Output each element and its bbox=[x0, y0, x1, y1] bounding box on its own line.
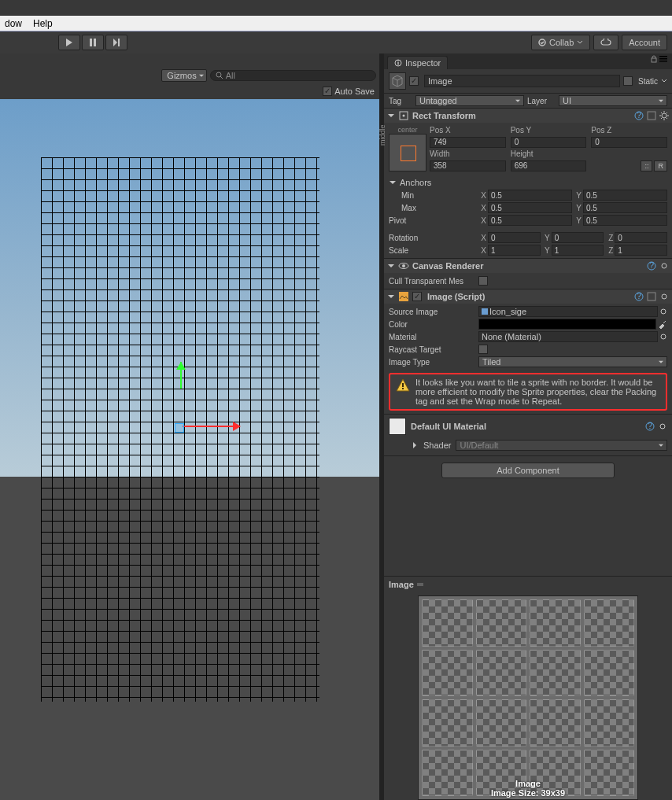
name-field[interactable]: Image bbox=[424, 75, 620, 87]
play-button[interactable] bbox=[58, 35, 80, 50]
shader-dropdown[interactable]: UI/Default bbox=[456, 440, 667, 451]
menu-icon[interactable] bbox=[659, 55, 667, 63]
rect-transform-icon bbox=[398, 110, 409, 121]
gear-icon[interactable] bbox=[659, 292, 669, 301]
raw-edit-button[interactable]: R bbox=[654, 160, 667, 171]
gear-icon[interactable] bbox=[659, 111, 669, 120]
pivot-y[interactable]: 0.5 bbox=[583, 215, 667, 226]
static-checkbox[interactable] bbox=[623, 76, 633, 86]
scale-y[interactable]: 1 bbox=[552, 245, 604, 256]
object-picker-icon[interactable] bbox=[659, 333, 667, 341]
info-icon bbox=[394, 59, 402, 67]
canvasrenderer-foldout[interactable] bbox=[387, 262, 395, 270]
anchors-foldout[interactable] bbox=[389, 179, 397, 186]
source-image-field[interactable]: Icon_sige bbox=[478, 306, 658, 317]
search-icon bbox=[216, 72, 223, 79]
scale-x[interactable]: 1 bbox=[488, 245, 541, 256]
cull-checkbox[interactable] bbox=[478, 276, 488, 286]
preset-icon[interactable] bbox=[647, 111, 656, 120]
gameobject-icon[interactable] bbox=[389, 72, 406, 90]
canvas-renderer-icon bbox=[398, 260, 409, 271]
toolbar: Collab Account bbox=[0, 31, 672, 53]
rot-x[interactable]: 0 bbox=[488, 232, 541, 243]
svg-rect-27 bbox=[648, 293, 655, 300]
svg-rect-2 bbox=[118, 39, 120, 46]
scale-z[interactable]: 1 bbox=[615, 245, 667, 256]
image-foldout[interactable] bbox=[387, 293, 395, 300]
tag-dropdown[interactable]: Untagged bbox=[415, 95, 524, 106]
svg-text:?: ? bbox=[648, 422, 652, 430]
anchor-max-x[interactable]: 0.5 bbox=[488, 202, 572, 213]
anchor-min-y[interactable]: 0.5 bbox=[583, 190, 667, 201]
raycast-checkbox[interactable] bbox=[478, 345, 488, 354]
svg-point-36 bbox=[660, 424, 665, 429]
svg-rect-12 bbox=[659, 61, 667, 62]
step-button[interactable] bbox=[105, 35, 127, 50]
gear-icon[interactable] bbox=[659, 261, 669, 271]
color-field[interactable] bbox=[478, 319, 656, 330]
collab-button[interactable]: Collab bbox=[531, 35, 590, 50]
account-button[interactable]: Account bbox=[622, 35, 667, 50]
pivot-x[interactable]: 0.5 bbox=[488, 215, 572, 226]
account-label: Account bbox=[629, 38, 660, 47]
image-type-dropdown[interactable]: Tiled bbox=[478, 356, 667, 367]
menu-window[interactable]: dow bbox=[5, 18, 22, 29]
svg-point-20 bbox=[402, 264, 405, 267]
image-component: Image (Script) ? Source ImageIcon_sige C… bbox=[384, 289, 672, 415]
gear-icon[interactable] bbox=[658, 422, 667, 431]
height[interactable]: 696 bbox=[511, 160, 587, 171]
svg-rect-33 bbox=[402, 388, 404, 389]
svg-point-31 bbox=[661, 334, 666, 339]
anchors-label: Anchors bbox=[400, 178, 431, 187]
image-enabled-checkbox[interactable] bbox=[412, 292, 422, 301]
pos-x[interactable]: 749 bbox=[430, 137, 506, 148]
menu-help[interactable]: Help bbox=[33, 18, 53, 29]
move-gizmo-y[interactable] bbox=[176, 357, 186, 389]
gameobject-header: Image Static bbox=[384, 69, 672, 94]
autosave-checkbox[interactable] bbox=[323, 87, 332, 96]
help-icon[interactable]: ? bbox=[634, 292, 644, 301]
help-icon[interactable]: ? bbox=[645, 422, 655, 431]
material-title: Default UI Material bbox=[411, 422, 486, 431]
anchor-presets[interactable]: middle bbox=[389, 134, 426, 171]
search-input[interactable]: All bbox=[210, 70, 376, 81]
eyedropper-icon[interactable] bbox=[658, 319, 667, 329]
pause-button[interactable] bbox=[82, 35, 104, 50]
anchor-min-x[interactable]: 0.5 bbox=[488, 190, 572, 201]
svg-rect-1 bbox=[94, 39, 96, 46]
rot-z[interactable]: 0 bbox=[615, 232, 667, 243]
svg-point-23 bbox=[662, 264, 666, 268]
preview-title: Image bbox=[389, 580, 414, 589]
width[interactable]: 358 bbox=[430, 160, 506, 171]
move-gizmo-plane[interactable] bbox=[175, 423, 184, 433]
rect-foldout[interactable] bbox=[387, 112, 395, 120]
preset-icon[interactable] bbox=[647, 292, 656, 301]
active-checkbox[interactable] bbox=[409, 76, 419, 86]
material-preview bbox=[389, 418, 406, 435]
layer-dropdown[interactable]: UI bbox=[559, 95, 667, 106]
anchor-side-label: middle bbox=[378, 124, 386, 146]
svg-line-5 bbox=[220, 76, 223, 79]
anchor-max-y[interactable]: 0.5 bbox=[583, 202, 667, 213]
preview-drag-icon[interactable] bbox=[417, 581, 423, 588]
add-component-button[interactable]: Add Component bbox=[441, 463, 615, 478]
inspector-tab[interactable]: Inspector bbox=[387, 56, 448, 69]
blueprint-button[interactable]: :: bbox=[641, 160, 652, 171]
object-picker-icon[interactable] bbox=[659, 308, 667, 315]
help-icon[interactable]: ? bbox=[634, 111, 644, 120]
pos-z[interactable]: 0 bbox=[591, 137, 667, 148]
help-icon[interactable]: ? bbox=[647, 261, 656, 271]
rot-y[interactable]: 0 bbox=[552, 232, 604, 243]
lock-icon[interactable] bbox=[650, 55, 658, 63]
cloud-button[interactable] bbox=[593, 35, 618, 50]
scene-view[interactable] bbox=[0, 99, 379, 800]
warning-box: It looks like you want to tile a sprite … bbox=[389, 373, 667, 411]
material-field[interactable]: None (Material) bbox=[478, 331, 658, 342]
material-foldout[interactable] bbox=[411, 441, 419, 449]
static-dropdown-icon[interactable] bbox=[661, 78, 667, 84]
gizmos-dropdown[interactable]: Gizmos bbox=[161, 69, 206, 82]
canvas-renderer-component: Canvas Renderer ? Cull Transparent Mes bbox=[384, 259, 672, 289]
pos-y[interactable]: 0 bbox=[511, 137, 587, 148]
svg-text:?: ? bbox=[637, 111, 641, 120]
move-gizmo-x[interactable] bbox=[183, 422, 246, 431]
